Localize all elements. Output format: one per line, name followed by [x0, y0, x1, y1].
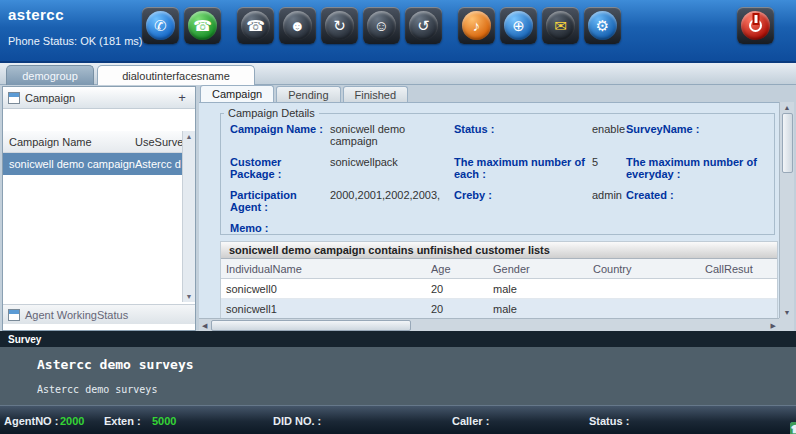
field-value-max-each: 5 — [592, 156, 626, 180]
field-label-max-everyday: The maximum number of everyday : — [626, 156, 772, 180]
scroll-up-icon[interactable]: ▲ — [186, 131, 193, 142]
survey-title: Astercc demo surveys — [37, 357, 194, 372]
field-value-status: enable — [592, 123, 626, 147]
return-icon-glyph: ↺ — [417, 18, 430, 33]
sidebar-scrollbar[interactable]: ▲ ▼ — [182, 131, 195, 302]
horizontal-scroll-thumb[interactable] — [211, 320, 411, 331]
table-row[interactable]: sonicwell1 20 male — [221, 299, 777, 319]
tab-dialoutinterfacesname[interactable]: dialoutinterfacesname — [97, 65, 255, 85]
web-icon[interactable]: ⊕ — [500, 7, 537, 44]
campaign-row-survey: Astercc d — [135, 158, 182, 170]
conference-icon-glyph: ☺ — [374, 18, 389, 33]
tab-campaign[interactable]: Campaign — [200, 85, 274, 102]
group-tab-strip: demogroup dialoutinterfacesname — [0, 63, 796, 85]
add-campaign-button[interactable]: + — [174, 90, 190, 105]
tab-demogroup[interactable]: demogroup — [6, 65, 94, 85]
customer-list-title: sonicwell demo campaign contains unfinis… — [221, 242, 777, 259]
logout-power-button[interactable] — [737, 7, 774, 44]
survey-panel: Survey Astercc demo surveys Astercc demo… — [0, 331, 796, 405]
cell-age: 20 — [426, 303, 488, 315]
column-individualname: IndividualName — [221, 263, 426, 275]
field-value-customer-package: sonicwellpack — [330, 156, 454, 180]
tab-pending[interactable]: Pending — [276, 86, 340, 102]
panel-icon — [8, 92, 20, 104]
survey-header-label: Survey — [8, 334, 41, 345]
panel-icon — [8, 309, 20, 321]
scrollbar-corner — [779, 318, 794, 331]
campaign-details-grid: Campaign Name : sonicwell demo campaign … — [221, 119, 774, 234]
field-value-memo — [330, 222, 454, 234]
column-age: Age — [426, 263, 488, 275]
field-value-creby: admin — [592, 189, 626, 213]
answer-icon[interactable]: ☎ — [184, 7, 221, 44]
hangup-icon-glyph: ☎ — [246, 18, 265, 33]
scroll-right-icon[interactable]: ▶ — [768, 320, 779, 331]
toolbar-group-call: ✆ ☎ — [142, 7, 221, 44]
status-label: Status : — [589, 415, 629, 427]
survey-panel-header: Survey — [0, 331, 796, 347]
email-icon-glyph: ✉ — [554, 18, 567, 33]
cell-individualname: sonicwell0 — [221, 283, 426, 295]
agent-workingstatus-panel-header[interactable]: Agent WorkingStatus — [3, 304, 195, 324]
horizontal-scrollbar[interactable]: ◀ ▶ — [199, 318, 779, 331]
field-label-participation-agent: Participation Agent : — [230, 189, 330, 213]
field-label-campaign-name: Campaign Name : — [230, 123, 330, 147]
sound-icon[interactable]: ♪ — [458, 7, 495, 44]
field-label-status: Status : — [454, 123, 592, 147]
dial-icon-glyph: ✆ — [154, 18, 167, 33]
cell-gender: male — [488, 303, 588, 315]
toolbar-group-tools: ♪ ⊕ ✉ ⚙ — [458, 7, 621, 44]
campaign-row-selected[interactable]: sonicwell demo campaign Astercc d — [3, 153, 182, 175]
did-label: DID NO. : — [273, 415, 321, 427]
dial-icon[interactable]: ✆ — [142, 7, 179, 44]
exten-value: 5000 — [152, 415, 176, 427]
customer-list-header: IndividualName Age Gender Country CallRe… — [221, 259, 777, 279]
answer-icon-glyph: ☎ — [193, 18, 212, 33]
app-header: astercc Phone Status: OK (181 ms) ✆ ☎ ☎ … — [0, 0, 796, 63]
hangup-icon[interactable]: ☎ — [237, 7, 274, 44]
campaign-panel-title: Campaign — [25, 92, 75, 104]
campaign-panel-header[interactable]: Campaign + — [3, 87, 195, 109]
toolbar-group-control: ☎ ☻ ↻ ☺ ↺ — [237, 7, 442, 44]
caller-label: Caller : — [452, 415, 489, 427]
field-label-creby: Creby : — [454, 189, 592, 213]
cell-individualname: sonicwell1 — [221, 303, 426, 315]
scroll-down-icon[interactable]: ▼ — [781, 307, 794, 318]
agent-icon[interactable]: ☻ — [279, 7, 316, 44]
email-icon[interactable]: ✉ — [542, 7, 579, 44]
agentno-label: AgentNO : — [4, 415, 58, 427]
scroll-up-icon[interactable]: ▲ — [781, 102, 794, 113]
field-value-participation-agent: 2000,2001,2002,2003, — [330, 189, 454, 213]
tab-finished[interactable]: Finished — [343, 86, 409, 102]
survey-subtitle: Astercc demo surveys — [37, 384, 157, 395]
cell-age: 20 — [426, 283, 488, 295]
exten-label: Exten : — [104, 415, 141, 427]
cell-gender: male — [488, 283, 588, 295]
campaign-details-fieldset: Campaign Details Campaign Name : sonicwe… — [220, 107, 775, 235]
field-label-created: Created : — [626, 189, 772, 213]
agentno-value: 2000 — [60, 415, 84, 427]
vertical-scrollbar[interactable]: ▲ ▼ — [779, 102, 794, 318]
campaign-sidebar: Campaign + Campaign Name UseSurve sonicw… — [2, 86, 196, 331]
return-icon[interactable]: ↺ — [405, 7, 442, 44]
vertical-scroll-thumb[interactable] — [782, 113, 793, 173]
redial-icon[interactable]: ↻ — [321, 7, 358, 44]
agent-workingstatus-title: Agent WorkingStatus — [25, 309, 128, 321]
statusbar-call-icon[interactable]: ☎ — [790, 422, 796, 434]
scroll-left-icon[interactable]: ◀ — [199, 320, 210, 331]
column-gender: Gender — [488, 263, 588, 275]
field-label-max-each: The maximum number of each : — [454, 156, 592, 180]
scroll-down-icon[interactable]: ▼ — [186, 291, 193, 302]
table-row[interactable]: sonicwell0 20 male — [221, 279, 777, 299]
agent-icon-glyph: ☻ — [290, 18, 306, 33]
column-campaign-name: Campaign Name — [3, 136, 135, 148]
conference-icon[interactable]: ☺ — [363, 7, 400, 44]
monitor-icon[interactable]: ⚙ — [584, 7, 621, 44]
field-label-memo: Memo : — [230, 222, 330, 234]
column-country: Country — [588, 263, 700, 275]
field-label-customer-package: Customer Package : — [230, 156, 330, 180]
campaign-detail-tabs: Campaign Pending Finished — [200, 85, 410, 102]
monitor-icon-glyph: ⚙ — [596, 18, 609, 33]
column-usesurvey: UseSurve — [135, 136, 182, 148]
redial-icon-glyph: ↻ — [333, 18, 346, 33]
